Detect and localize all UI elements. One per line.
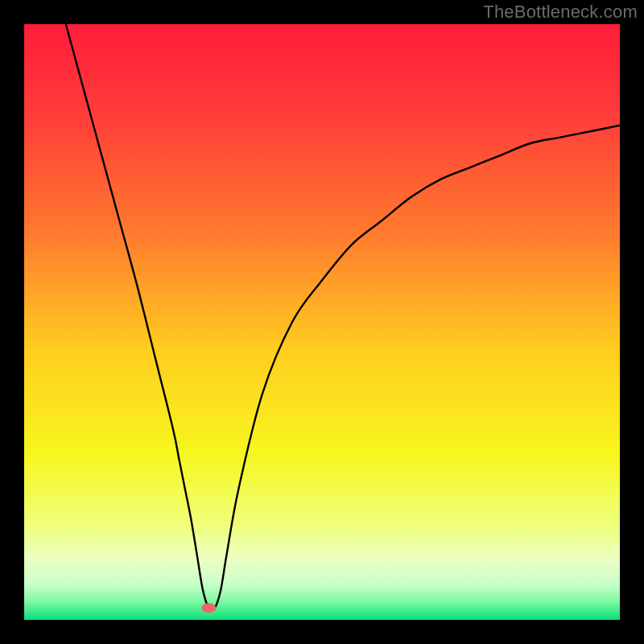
gradient-background xyxy=(24,24,620,620)
watermark-text: TheBottleneck.com xyxy=(483,2,638,23)
chart-frame: TheBottleneck.com xyxy=(0,0,644,644)
plot-area xyxy=(24,24,620,620)
optimal-point-marker xyxy=(201,603,216,613)
bottleneck-chart xyxy=(24,24,620,620)
